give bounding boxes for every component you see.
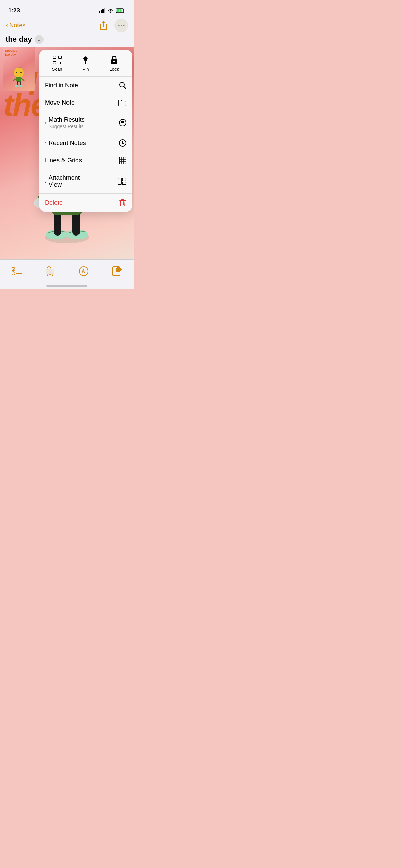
svg-line-13 bbox=[14, 79, 16, 80]
svg-rect-3 bbox=[104, 8, 105, 13]
ellipsis-button[interactable] bbox=[114, 19, 128, 32]
svg-rect-55 bbox=[118, 178, 121, 185]
note-content: squ the squeeze the day bbox=[0, 47, 134, 265]
math-icon bbox=[119, 119, 126, 126]
lock-icon bbox=[110, 56, 118, 64]
nav-actions bbox=[97, 19, 128, 32]
compose-button[interactable] bbox=[109, 264, 124, 279]
svg-rect-33 bbox=[53, 61, 56, 64]
status-icons bbox=[99, 8, 125, 13]
folder-icon bbox=[118, 99, 126, 106]
attachment-view-icon bbox=[118, 178, 126, 185]
back-button[interactable]: ‹ Notes bbox=[5, 21, 25, 30]
svg-rect-57 bbox=[122, 182, 126, 185]
markup-button[interactable] bbox=[76, 264, 91, 279]
svg-point-18 bbox=[19, 85, 23, 87]
share-button[interactable] bbox=[97, 19, 110, 32]
svg-point-11 bbox=[20, 72, 22, 73]
status-bar: 1:23 bbox=[0, 0, 134, 16]
svg-rect-32 bbox=[59, 56, 61, 59]
math-results-button[interactable]: › Math Results Suggest Results bbox=[39, 111, 132, 134]
svg-rect-0 bbox=[99, 11, 100, 13]
thumbnail-character bbox=[5, 67, 33, 89]
svg-rect-56 bbox=[122, 178, 126, 181]
recent-row-left: › Recent Notes bbox=[45, 140, 86, 147]
thumbnail-text: squeeze the day bbox=[5, 49, 33, 57]
note-title-bar: the day ⌄ bbox=[0, 34, 134, 47]
checklist-button[interactable] bbox=[9, 264, 24, 279]
battery-icon bbox=[116, 8, 125, 13]
scan-icon bbox=[53, 56, 62, 64]
scan-button[interactable]: Scan bbox=[45, 56, 69, 72]
note-thumbnail: squeeze the day bbox=[3, 47, 35, 91]
wifi-icon bbox=[108, 8, 114, 13]
attachment-button[interactable] bbox=[42, 264, 58, 279]
svg-line-42 bbox=[124, 87, 126, 89]
chevron-down-icon: ⌄ bbox=[37, 37, 41, 42]
svg-point-17 bbox=[15, 85, 19, 87]
context-menu: Scan Pin Lock bbox=[39, 50, 132, 212]
paperclip-icon bbox=[46, 266, 54, 276]
home-indicator bbox=[46, 285, 87, 287]
svg-line-14 bbox=[21, 79, 24, 80]
checklist-icon bbox=[12, 266, 22, 276]
trash-icon bbox=[119, 198, 126, 207]
pin-button[interactable]: Pin bbox=[74, 56, 98, 72]
attachment-chevron-icon: › bbox=[45, 179, 47, 184]
share-icon bbox=[99, 21, 108, 30]
svg-line-49 bbox=[123, 143, 124, 144]
ellipsis-icon bbox=[118, 25, 125, 26]
back-chevron-icon: ‹ bbox=[5, 21, 8, 30]
lock-label: Lock bbox=[110, 67, 119, 72]
math-chevron-icon: › bbox=[45, 120, 47, 125]
svg-rect-12 bbox=[16, 77, 21, 82]
move-note-button[interactable]: Move Note bbox=[39, 94, 132, 111]
compose-icon bbox=[112, 266, 122, 276]
svg-point-7 bbox=[121, 25, 122, 26]
math-row-left: › Math Results Suggest Results bbox=[45, 116, 85, 129]
signal-icon bbox=[99, 8, 106, 13]
pin-icon bbox=[82, 56, 89, 64]
lock-button[interactable]: Lock bbox=[102, 56, 126, 72]
lines-grids-button[interactable]: Lines & Grids bbox=[39, 152, 132, 169]
svg-point-60 bbox=[12, 267, 15, 271]
recent-notes-button[interactable]: › Recent Notes bbox=[39, 134, 132, 152]
grid-icon bbox=[119, 157, 126, 164]
menu-top-row: Scan Pin Lock bbox=[39, 50, 132, 77]
svg-point-9 bbox=[14, 68, 24, 78]
clock-icon bbox=[119, 139, 126, 147]
pin-label: Pin bbox=[83, 67, 89, 72]
nav-bar: ‹ Notes bbox=[0, 16, 134, 34]
svg-rect-31 bbox=[53, 56, 56, 59]
note-title: the day bbox=[5, 35, 32, 44]
svg-point-6 bbox=[118, 25, 120, 26]
find-in-note-button[interactable]: Find in Note bbox=[39, 77, 132, 94]
svg-point-8 bbox=[123, 25, 125, 26]
attachment-view-button[interactable]: › Attachment View bbox=[39, 169, 132, 194]
search-icon bbox=[119, 82, 126, 89]
attachment-row-left: › Attachment View bbox=[45, 174, 80, 189]
status-time: 1:23 bbox=[8, 7, 20, 14]
delete-label: Delete bbox=[45, 199, 63, 206]
markup-icon bbox=[78, 266, 89, 276]
recent-chevron-icon: › bbox=[45, 140, 47, 146]
svg-point-62 bbox=[12, 272, 15, 275]
svg-rect-2 bbox=[102, 9, 104, 13]
scan-label: Scan bbox=[52, 67, 62, 72]
svg-rect-50 bbox=[119, 157, 126, 164]
svg-point-10 bbox=[16, 72, 17, 73]
title-dropdown-button[interactable]: ⌄ bbox=[35, 35, 44, 44]
svg-rect-1 bbox=[101, 10, 102, 13]
delete-button[interactable]: Delete bbox=[39, 194, 132, 212]
back-label: Notes bbox=[9, 22, 25, 29]
